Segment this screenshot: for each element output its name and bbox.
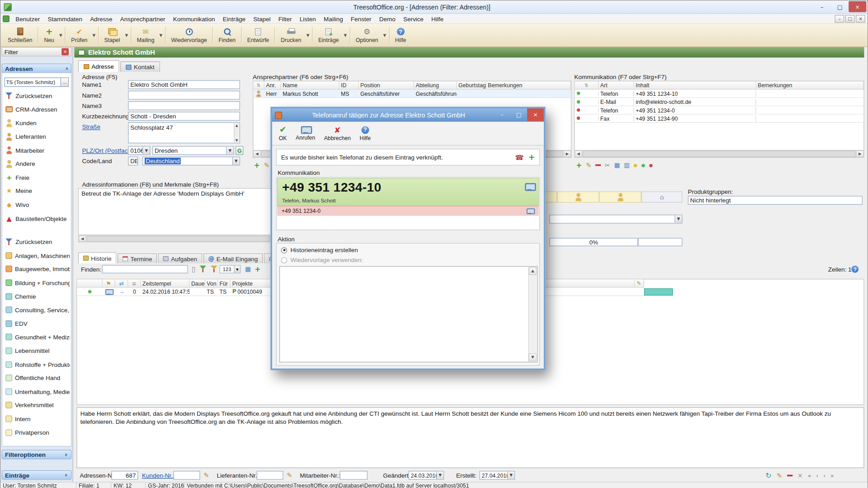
geo-button[interactable]: G bbox=[236, 146, 243, 155]
tab-aufgaben[interactable]: Aufgaben bbox=[158, 253, 202, 263]
sidebar-item-consulting[interactable]: Consulting, Service, ... bbox=[3, 303, 70, 317]
menu-stammdaten[interactable]: Stammdaten bbox=[44, 14, 86, 23]
filter-apply-icon[interactable] bbox=[199, 266, 207, 273]
call-icon[interactable] bbox=[527, 208, 533, 214]
sidebar-item-andere[interactable]: Andere bbox=[3, 157, 70, 171]
sort-icon[interactable]: ⇅ bbox=[253, 81, 264, 89]
erstellt-select[interactable]: 27.04.2010▼ bbox=[480, 471, 515, 480]
kurzbezeichnung-field[interactable]: Schott - Dresden bbox=[128, 112, 240, 121]
radio-historieneintrag[interactable]: Historieneintrag erstellen bbox=[281, 247, 358, 253]
kommunikation-hscrollbar[interactable]: ◀ ▶ bbox=[575, 150, 863, 157]
menu-benutzer[interactable]: Benutzer bbox=[12, 14, 44, 23]
menu-filter[interactable]: Filter bbox=[274, 14, 296, 23]
close-icon[interactable]: × bbox=[849, 1, 866, 12]
geaendert-select[interactable]: 24.03.2016▼ bbox=[409, 471, 444, 480]
sidebar-item-anlagen[interactable]: Anlagen, Maschinen... bbox=[3, 249, 70, 262]
maximize-icon[interactable]: □ bbox=[831, 1, 849, 12]
plz-ort-link[interactable]: PLZ/Ort (Postfach) bbox=[82, 146, 132, 155]
optionen-button[interactable]: ⚙Optionen bbox=[352, 25, 382, 45]
sidebar-item-bildung[interactable]: Bildung + Forschung bbox=[3, 276, 70, 290]
entwuerfe-button[interactable]: Entwürfe bbox=[243, 25, 273, 45]
sidebar-item-baustellen[interactable]: ▲Baustellen/Objekte bbox=[3, 211, 70, 225]
green-dot-icon[interactable]: ● bbox=[641, 163, 645, 168]
scrollbar-thumb[interactable] bbox=[583, 150, 856, 157]
sidebar-item-crm-adressen[interactable]: CRM-Adressen bbox=[3, 103, 70, 116]
refresh-icon[interactable]: ↻ bbox=[765, 472, 771, 479]
strasse-field[interactable]: Schlossplatz 47▲▼ bbox=[128, 122, 240, 144]
edit-column-icon[interactable]: ✎ bbox=[635, 279, 644, 287]
adressen-nr-field[interactable]: 687 bbox=[111, 471, 138, 480]
call-icon[interactable] bbox=[525, 183, 534, 190]
flag-icon[interactable]: ⚑ bbox=[103, 279, 115, 287]
sidebar-item-intern[interactable]: Intern bbox=[3, 412, 70, 426]
pruefen-dropdown-arrow[interactable]: ▼ bbox=[91, 33, 97, 38]
mitarbeiter-nr-field[interactable] bbox=[340, 471, 368, 480]
trash-icon[interactable]: ▯ bbox=[192, 266, 195, 272]
sidebar-item-chemie[interactable]: Chemie bbox=[3, 290, 70, 303]
add-icon[interactable]: + bbox=[255, 266, 260, 273]
drucken-button[interactable]: Drucken bbox=[277, 25, 305, 45]
eintraege-button[interactable]: Einträge bbox=[314, 25, 343, 45]
radio-selected-icon[interactable] bbox=[281, 247, 287, 253]
edit-icon[interactable]: ✎ bbox=[264, 162, 269, 169]
kommunikation-row[interactable]: ● E-Mail info@elektro-schott.de bbox=[575, 98, 863, 106]
land-code-field[interactable]: DE bbox=[128, 157, 138, 166]
mailing-button[interactable]: ✉Mailing bbox=[133, 25, 158, 45]
mdi-minimize-icon[interactable]: – bbox=[835, 15, 844, 23]
chevron-up-icon[interactable]: » bbox=[64, 67, 69, 70]
eintraege-dropdown-arrow[interactable]: ▼ bbox=[343, 33, 348, 38]
scrollbar-thumb[interactable] bbox=[86, 236, 270, 242]
kunden-nr-link[interactable]: Kunden-Nr.: bbox=[142, 471, 175, 480]
kommunikation-row[interactable]: ● Telefon +49 351 1234-0 bbox=[575, 106, 863, 114]
sidebar-item-baugewerbe[interactable]: Baugewerbe, Immob... bbox=[3, 263, 70, 276]
ok-button[interactable]: ✔OK bbox=[279, 126, 287, 141]
adressinfo-field[interactable]: Betreut die TK-Anlage der Adresse 'Moder… bbox=[78, 188, 271, 235]
name2-field[interactable] bbox=[128, 91, 240, 100]
finden-input[interactable] bbox=[102, 265, 188, 273]
nav-first-icon[interactable]: « bbox=[808, 473, 811, 478]
sidebar-item-wivo[interactable]: ◆Wivo bbox=[3, 198, 70, 211]
menu-eintraege[interactable]: Einträge bbox=[219, 14, 249, 23]
kunden-nr-field[interactable] bbox=[174, 471, 200, 480]
menu-fenster[interactable]: Fenster bbox=[347, 14, 375, 23]
cut-icon[interactable]: ✂ bbox=[605, 162, 610, 169]
add-icon[interactable]: + bbox=[528, 153, 535, 161]
cancel-icon[interactable]: × bbox=[797, 473, 802, 479]
sidebar-item-mitarbeiter[interactable]: Mitarbeiter bbox=[3, 144, 70, 157]
menu-listen[interactable]: Listen bbox=[296, 14, 320, 23]
ansprechpartner-row[interactable]: Herr Markus Schott MS Geschäftsführer Ge… bbox=[253, 89, 571, 98]
scroll-left-icon[interactable]: ◀ bbox=[575, 150, 582, 157]
direction-icon[interactable]: ⇄ bbox=[115, 279, 128, 287]
scroll-up-icon[interactable]: ▲ bbox=[529, 267, 537, 275]
sidebar-item-kunden[interactable]: Kunden bbox=[3, 116, 70, 130]
finden-button[interactable]: Finden bbox=[215, 25, 240, 45]
stapel-button[interactable]: Stapel bbox=[100, 25, 124, 45]
delete-icon[interactable] bbox=[787, 475, 793, 477]
tab-historie[interactable]: Historie bbox=[78, 252, 117, 263]
sidebar-item-meine[interactable]: ★Meine bbox=[3, 184, 70, 198]
optionen-dropdown-arrow[interactable]: ▼ bbox=[382, 33, 387, 38]
tab-adresse[interactable]: Adresse bbox=[78, 60, 119, 72]
nav-last-icon[interactable]: » bbox=[830, 473, 834, 478]
sidebar-item-verkehrsmittel[interactable]: Verkehrsmittel bbox=[3, 399, 70, 412]
neu-dropdown-arrow[interactable]: ▼ bbox=[58, 33, 64, 38]
history-note-field[interactable]: Habe Herrn Schott erklärt, das die Moder… bbox=[76, 407, 864, 468]
close-icon[interactable]: × bbox=[527, 108, 544, 121]
nav-next-icon[interactable]: › bbox=[823, 473, 826, 478]
neu-button[interactable]: +Neu bbox=[40, 25, 58, 45]
filter-add-icon[interactable] bbox=[210, 266, 217, 273]
sidebar-item-lebensmittel[interactable]: Lebensmittel bbox=[3, 344, 70, 357]
sidebar-item-privatperson[interactable]: Privatperson bbox=[3, 426, 70, 439]
name3-field[interactable] bbox=[128, 101, 240, 110]
sidebar-section-adressen[interactable]: Adressen » bbox=[2, 64, 71, 73]
ort-select[interactable]: Dresden▼ bbox=[152, 146, 234, 155]
chevron-down-icon[interactable]: » bbox=[64, 453, 69, 456]
dialog-note-textarea[interactable]: ▲ ▼ bbox=[279, 266, 538, 362]
merkmal-cell[interactable] bbox=[557, 192, 599, 202]
tab-termine[interactable]: Termine bbox=[118, 253, 157, 263]
sidebar-section-eintraege[interactable]: Einträge » bbox=[2, 470, 71, 480]
user-filter-combo[interactable]: TS (Torsten Schmitz) ... bbox=[5, 77, 69, 87]
count-badge[interactable]: 123▼ bbox=[220, 265, 241, 273]
nav-prev-icon[interactable]: ‹ bbox=[816, 473, 818, 478]
kommunikation-row[interactable]: ● Telefon +49 351 1234-10 bbox=[575, 89, 863, 98]
